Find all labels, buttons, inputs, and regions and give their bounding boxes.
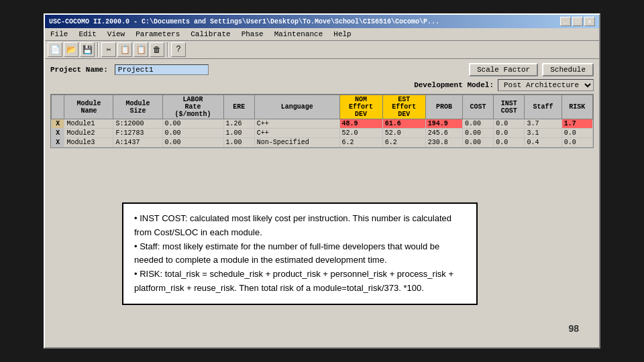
toolbar-sep2 bbox=[167, 42, 168, 57]
cell-module2-inst-cost: 0.0 bbox=[494, 129, 525, 138]
cell-module3-ere: 1.00 bbox=[223, 138, 254, 147]
cell-module2-lang: C++ bbox=[254, 129, 339, 138]
cell-module3-cost: 0.00 bbox=[463, 138, 494, 147]
help-button[interactable]: ? bbox=[171, 42, 186, 57]
table-row: X Module3 A:1437 0.00 1.00 Non-Specified… bbox=[52, 138, 593, 147]
main-window: USC-COCOMO II.2000.0 - C:\Documents and … bbox=[44, 13, 600, 349]
menu-file[interactable]: File bbox=[48, 29, 70, 39]
cell-module2-cost: 0.00 bbox=[463, 129, 494, 138]
cell-module2-size: F:12783 bbox=[113, 129, 162, 138]
schedule-button[interactable]: Schedule bbox=[542, 63, 594, 76]
paste-button[interactable]: 📋 bbox=[133, 42, 148, 57]
menu-edit[interactable]: Edit bbox=[76, 29, 99, 39]
cell-module2-rate: 0.00 bbox=[162, 129, 223, 138]
cell-module1-lang: C++ bbox=[254, 119, 339, 129]
cell-module3-est: 6.2 bbox=[382, 138, 425, 147]
cell-module1-staff: 3.7 bbox=[525, 119, 561, 129]
th-language: Language bbox=[254, 95, 339, 119]
table-header-row1: ModuleName ModuleSize LABORRate($/month)… bbox=[52, 95, 593, 119]
cell-module2-name: Module2 bbox=[64, 129, 113, 138]
cell-module2-prob: 245.6 bbox=[425, 129, 462, 138]
cell-module1-prob: 194.9 bbox=[425, 119, 462, 129]
toolbar-sep1 bbox=[97, 42, 99, 57]
th-x bbox=[52, 95, 64, 119]
th-cost: COST bbox=[463, 95, 494, 119]
cell-module2-risk: 0.0 bbox=[561, 129, 592, 138]
cell-x3: X bbox=[52, 138, 64, 147]
cell-module2-est: 52.0 bbox=[382, 129, 425, 138]
cell-module1-cost: 0.00 bbox=[463, 119, 494, 129]
modules-table-container: ModuleName ModuleSize LABORRate($/month)… bbox=[50, 94, 594, 148]
cell-module3-inst-cost: 0.0 bbox=[494, 138, 525, 147]
cell-x1: X bbox=[52, 119, 64, 129]
open-button[interactable]: 📂 bbox=[64, 42, 78, 57]
menu-phase[interactable]: Phase bbox=[239, 29, 266, 39]
save-button[interactable]: 💾 bbox=[80, 42, 95, 57]
cell-module1-name: Module1 bbox=[64, 119, 113, 129]
cell-module3-size: A:1437 bbox=[113, 138, 162, 147]
cell-module3-nom: 6.2 bbox=[339, 138, 382, 147]
th-module-name: ModuleName bbox=[64, 95, 113, 119]
table-row: X Module2 F:12783 0.00 1.00 C++ 52.0 52.… bbox=[52, 129, 593, 138]
cell-module1-ere: 1.26 bbox=[223, 119, 254, 129]
cell-module3-lang: Non-Specified bbox=[254, 138, 339, 147]
menu-parameters[interactable]: Parameters bbox=[133, 29, 182, 39]
tooltip-box: • INST COST: calculated most likely cost… bbox=[122, 202, 478, 305]
cell-module1-risk: 1.7 bbox=[561, 119, 592, 129]
menu-help[interactable]: Help bbox=[331, 29, 354, 39]
cell-module3-prob: 230.8 bbox=[425, 138, 462, 147]
cell-module1-nom: 48.9 bbox=[339, 119, 382, 129]
cell-module2-staff: 3.1 bbox=[525, 129, 561, 138]
cell-module3-rate: 0.00 bbox=[162, 138, 223, 147]
new-button[interactable]: 📄 bbox=[48, 42, 62, 57]
cell-module3-risk: 0.0 bbox=[561, 138, 592, 147]
cell-module1-rate: 0.00 bbox=[162, 119, 223, 129]
cell-x2: X bbox=[52, 129, 64, 138]
dev-model-row: Development Model: Early Design Post Arc… bbox=[50, 79, 594, 91]
menu-view[interactable]: View bbox=[105, 29, 127, 39]
th-inst-cost: INSTCOST bbox=[494, 95, 525, 119]
table-row: X Module1 S:12000 0.00 1.26 C++ 48.9 61.… bbox=[52, 119, 593, 129]
th-nom-effort: NOMEffortDEV bbox=[339, 95, 382, 119]
cell-module1-est: 61.6 bbox=[382, 119, 425, 129]
copy-button[interactable]: 📋 bbox=[117, 42, 132, 57]
project-name-label: Project Name: bbox=[50, 66, 108, 74]
dev-model-select[interactable]: Early Design Post Architecture bbox=[498, 79, 594, 91]
tooltip-line1: • INST COST: calculated most likely cost… bbox=[134, 212, 466, 296]
cell-module2-nom: 52.0 bbox=[339, 129, 382, 138]
window-title: USC-COCOMO II.2000.0 - C:\Documents and … bbox=[49, 18, 439, 25]
close-button[interactable]: ✕ bbox=[584, 17, 595, 26]
delete-button[interactable]: 🗑 bbox=[150, 42, 164, 57]
cut-button[interactable]: ✂ bbox=[101, 42, 116, 57]
cell-module1-size: S:12000 bbox=[113, 119, 162, 129]
th-ere: ERE bbox=[223, 95, 254, 119]
menu-bar: File Edit View Parameters Calibrate Phas… bbox=[45, 28, 599, 41]
th-risk: RISK bbox=[561, 95, 592, 119]
title-bar: USC-COCOMO II.2000.0 - C:\Documents and … bbox=[45, 15, 599, 28]
title-bar-buttons: _ □ ✕ bbox=[560, 17, 595, 26]
content-area: Project Name: Scale Factor Schedule Deve… bbox=[45, 59, 599, 155]
cell-module3-staff: 0.4 bbox=[525, 138, 561, 147]
right-controls: Scale Factor Schedule bbox=[469, 63, 594, 76]
project-row: Project Name: Scale Factor Schedule bbox=[50, 63, 594, 76]
cell-module1-inst-cost: 0.0 bbox=[494, 119, 525, 129]
menu-calibrate[interactable]: Calibrate bbox=[188, 29, 233, 39]
modules-table: ModuleName ModuleSize LABORRate($/month)… bbox=[51, 95, 593, 147]
page-number: 98 bbox=[568, 323, 579, 334]
dev-model-label: Development Model: bbox=[414, 81, 494, 89]
scale-factor-button[interactable]: Scale Factor bbox=[469, 63, 538, 76]
th-module-size: ModuleSize bbox=[113, 95, 162, 119]
th-est-effort: ESTEffortDEV bbox=[382, 95, 425, 119]
project-name-input[interactable] bbox=[115, 64, 209, 75]
cell-module3-name: Module3 bbox=[64, 138, 113, 147]
menu-maintenance[interactable]: Maintenance bbox=[272, 29, 326, 39]
th-staff: Staff bbox=[525, 95, 561, 119]
cell-module2-ere: 1.00 bbox=[223, 129, 254, 138]
minimize-button[interactable]: _ bbox=[560, 17, 571, 26]
th-prob: PROB bbox=[425, 95, 462, 119]
th-labor-rate: LABORRate($/month) bbox=[162, 95, 223, 119]
toolbar: 📄 📂 💾 ✂ 📋 📋 🗑 ? bbox=[45, 41, 599, 59]
maximize-button[interactable]: □ bbox=[572, 17, 583, 26]
